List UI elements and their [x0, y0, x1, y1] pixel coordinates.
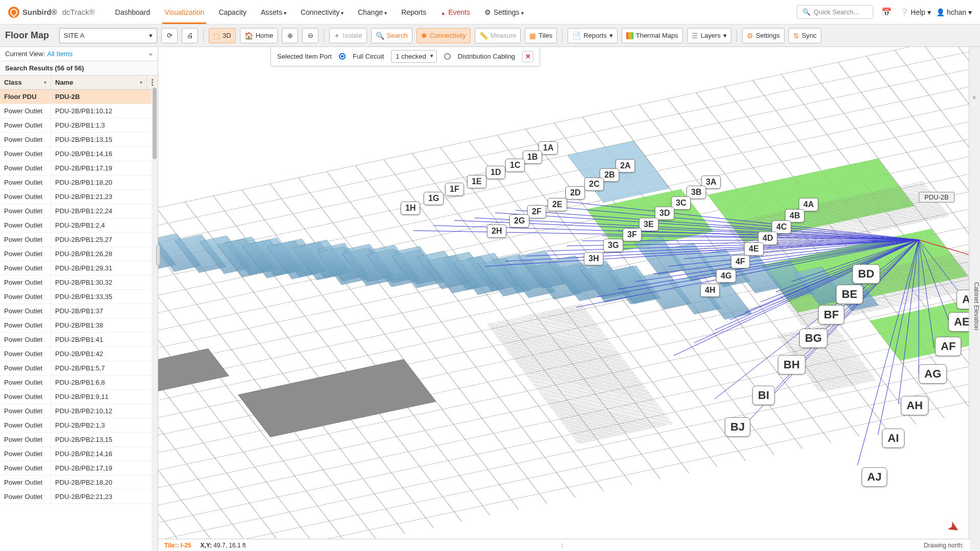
table-row[interactable]: Floor PDUPDU-2B	[0, 90, 158, 104]
table-row[interactable]: Power OutletPDU-2B/PB1:6,8	[0, 375, 158, 390]
checked-count-select[interactable]: 1 checked	[391, 50, 436, 63]
table-row[interactable]: Power OutletPDU-2B/PB1:26,28	[0, 247, 158, 261]
rack-label-BE[interactable]: BE	[836, 285, 863, 304]
rack-label-1C[interactable]: 1C	[505, 159, 525, 172]
measure-button[interactable]: 📏Measure	[475, 28, 521, 43]
layers-button[interactable]: ☰Layers▾	[687, 28, 731, 43]
rack-label-2F[interactable]: 2F	[527, 205, 546, 218]
table-row[interactable]: Power OutletPDU-2B/PB2:1,3	[0, 418, 158, 433]
rack-label-AH[interactable]: AH	[901, 396, 928, 415]
rack-label-1B[interactable]: 1B	[523, 151, 542, 164]
rack-label-2H[interactable]: 2H	[487, 224, 506, 238]
refresh-button[interactable]: ⟳	[161, 28, 178, 43]
connectivity-button[interactable]: ✺Connectivity	[416, 28, 471, 43]
nav-assets[interactable]: Assets▾	[255, 1, 292, 23]
column-name-header[interactable]: Name▾	[51, 76, 146, 89]
table-row[interactable]: Power OutletPDU-2B/PB1:41	[0, 333, 158, 347]
table-row[interactable]: Power OutletPDU-2B/PB1:14,16	[0, 147, 158, 161]
user-menu[interactable]: 👤 hchan ▾	[936, 8, 972, 16]
rack-label-BG[interactable]: BG	[799, 329, 827, 348]
nav-visualization[interactable]: Visualization	[158, 1, 210, 23]
table-row[interactable]: Power OutletPDU-2B/PB1:21,23	[0, 190, 158, 204]
table-row[interactable]: Power OutletPDU-2B/PB1:42	[0, 347, 158, 361]
table-row[interactable]: Power OutletPDU-2B/PB1:10,12	[0, 104, 158, 118]
rack-label-AI[interactable]: AI	[882, 429, 904, 448]
rack-label-BF[interactable]: BF	[818, 305, 844, 324]
current-view-link[interactable]: All Items	[47, 50, 73, 58]
table-row[interactable]: Power OutletPDU-2B/PB2:10,12	[0, 404, 158, 418]
rack-label-4H[interactable]: 4H	[700, 284, 720, 297]
expand-elevation-icon[interactable]: »	[971, 96, 978, 99]
rack-label-3E[interactable]: 3E	[639, 218, 658, 231]
rack-label-3D[interactable]: 3D	[655, 207, 674, 220]
rack-label-4F[interactable]: 4F	[731, 255, 750, 268]
close-filter-button[interactable]: ✕	[522, 51, 533, 62]
column-class-header[interactable]: Class▾	[0, 76, 51, 89]
nav-connectivity[interactable]: Connectivity▾	[295, 1, 350, 23]
help-menu[interactable]: ❔ Help ▾	[900, 8, 931, 16]
rack-label-BD[interactable]: BD	[852, 264, 880, 284]
floor-map-canvas[interactable]: PDU-2B 1A1B1C1D1E1F1G1H2A2B2C2D2E2F2G2H3…	[158, 47, 980, 551]
search-button[interactable]: 🔍Search	[371, 28, 412, 43]
site-selector[interactable]: SITE A ▾	[59, 28, 157, 43]
results-table-body[interactable]: Floor PDUPDU-2BPower OutletPDU-2B/PB1:10…	[0, 90, 158, 551]
rack-label-1E[interactable]: 1E	[467, 175, 486, 188]
nav-change[interactable]: Change▾	[352, 1, 393, 23]
table-row[interactable]: Power OutletPDU-2B/PB1:30,32	[0, 276, 158, 290]
table-row[interactable]: Power OutletPDU-2B/PB1:9,11	[0, 390, 158, 404]
rack-label-2G[interactable]: 2G	[509, 214, 529, 228]
nav-events[interactable]: Events	[434, 1, 476, 23]
thermal-button[interactable]: Thermal Maps	[622, 28, 683, 43]
rack-label-2D[interactable]: 2D	[566, 186, 585, 199]
column-menu-button[interactable]	[146, 76, 158, 89]
home-button[interactable]: 🏠Home	[240, 28, 278, 43]
nav-dashboard[interactable]: Dashboard	[109, 1, 157, 23]
rack-label-2E[interactable]: 2E	[548, 198, 567, 211]
table-row[interactable]: Power OutletPDU-2B/PB1:38	[0, 318, 158, 333]
table-row[interactable]: Power OutletPDU-2B/PB1:25,27	[0, 233, 158, 247]
table-row[interactable]: Power OutletPDU-2B/PB1:29,31	[0, 261, 158, 276]
settings-button[interactable]: ⚙Settings	[742, 28, 785, 43]
table-row[interactable]: Power OutletPDU-2B/PB2:17,19	[0, 461, 158, 475]
distribution-cabling-radio[interactable]	[444, 53, 451, 60]
print-button[interactable]: 🖨	[182, 28, 198, 43]
quick-search-input[interactable]: 🔍 Quick Search...	[797, 5, 873, 19]
table-row[interactable]: Power OutletPDU-2B/PB2:18,20	[0, 475, 158, 490]
table-row[interactable]: Power OutletPDU-2B/PB2:21,23	[0, 490, 158, 504]
sync-button[interactable]: ⇅Sync	[789, 28, 821, 43]
rack-label-1G[interactable]: 1G	[424, 192, 444, 205]
rack-label-3F[interactable]: 3F	[623, 228, 642, 241]
collapse-sidebar-icon[interactable]: «	[149, 50, 153, 58]
table-row[interactable]: Power OutletPDU-2B/PB1:33,35	[0, 290, 158, 304]
rack-label-AF[interactable]: AF	[935, 337, 961, 356]
table-row[interactable]: Power OutletPDU-2B/PB2:14,16	[0, 447, 158, 461]
3d-toggle-button[interactable]: ⬚3D	[209, 28, 236, 43]
rack-label-1F[interactable]: 1F	[445, 183, 464, 196]
zoom-in-button[interactable]: ⊕	[282, 28, 298, 43]
rack-label-3C[interactable]: 3C	[671, 196, 691, 210]
rack-label-AJ[interactable]: AJ	[862, 467, 887, 487]
table-row[interactable]: Power OutletPDU-2B/PB1:22,24	[0, 204, 158, 218]
table-row[interactable]: Power OutletPDU-2B/PB1:18,20	[0, 176, 158, 190]
nav-capacity[interactable]: Capacity	[212, 1, 252, 23]
zoom-out-button[interactable]: ⊖	[302, 28, 318, 43]
rack-label-3G[interactable]: 3G	[603, 239, 623, 252]
rack-label-AG[interactable]: AG	[919, 364, 947, 384]
rack-label-1H[interactable]: 1H	[401, 202, 420, 215]
table-row[interactable]: Power OutletPDU-2B/PB1:1,3	[0, 118, 158, 133]
cabinet-elevation-panel[interactable]: » Cabinet Elevation	[969, 47, 980, 551]
calendar-icon[interactable]: 📅	[878, 4, 895, 20]
nav-settings[interactable]: Settings▾	[478, 1, 530, 23]
table-row[interactable]: Power OutletPDU-2B/PB2:13,15	[0, 433, 158, 447]
tiles-button[interactable]: ▦Tiles	[525, 28, 557, 43]
rack-label-BH[interactable]: BH	[778, 355, 805, 374]
reports-button[interactable]: 📄Reports▾	[568, 28, 618, 43]
isolate-button[interactable]: ✦Isolate	[329, 28, 366, 43]
rack-label-4E[interactable]: 4E	[744, 242, 764, 256]
rack-label-4G[interactable]: 4G	[716, 269, 736, 283]
table-row[interactable]: Power OutletPDU-2B/PB1:2,4	[0, 218, 158, 233]
scrollbar[interactable]	[152, 88, 158, 551]
table-row[interactable]: Power OutletPDU-2B/PB1:37	[0, 304, 158, 318]
rack-label-3H[interactable]: 3H	[584, 252, 603, 265]
rack-label-BI[interactable]: BI	[752, 386, 775, 405]
